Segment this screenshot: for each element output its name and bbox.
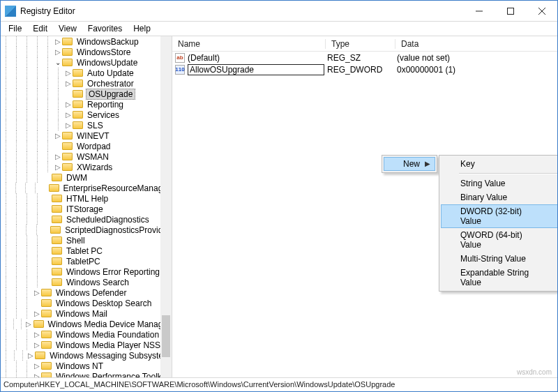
chevron-right-icon[interactable]: ▷ [32,288,41,297]
chevron-right-icon[interactable]: ▷ [63,121,73,130]
tree-item[interactable]: ScheduledDiagnostics [1,214,172,225]
chevron-right-icon[interactable]: ▷ [63,110,73,119]
folder-icon [62,38,73,45]
context-item-qword[interactable]: QWORD (64-bit) Value [441,228,558,252]
chevron-right-icon[interactable]: ▷ [32,372,41,377]
context-menu[interactable]: New ▶ [382,155,437,173]
folder-icon [35,352,45,359]
value-row[interactable]: 110 AllowOSUpgrade REG_DWORD 0x00000001 … [172,63,557,75]
chevron-right-icon[interactable]: ▷ [63,100,73,109]
tree-item[interactable]: EnterpriseResourceManager [1,183,172,193]
context-menu-new[interactable]: New ▶ [384,157,435,171]
chevron-right-icon[interactable]: ▷ [63,68,73,77]
context-item-multistring[interactable]: Multi-String Value [441,252,558,266]
tree-item[interactable]: Windows Error Reporting [1,266,172,277]
tree-item-selected[interactable]: OSUpgrade [1,89,172,99]
tree-item[interactable]: ▷WindowsBackup [1,36,172,47]
tree-item[interactable]: ⌄WindowsUpdate [1,57,172,68]
col-name[interactable]: Name [172,39,326,49]
chevron-right-icon[interactable]: ▷ [32,330,41,339]
tree-item[interactable]: ▷WindowsStore [1,47,172,57]
chevron-right-icon[interactable]: ▷ [53,37,62,46]
tree-item[interactable]: ▷WINEVT [1,130,172,141]
folder-icon [52,236,62,244]
chevron-right-icon[interactable]: ▷ [63,79,73,88]
menu-file[interactable]: File [3,22,27,35]
value-name-editing[interactable]: AllowOSUpgrade [188,64,324,75]
menu-help[interactable]: Help [128,22,156,35]
folder-icon [52,216,62,223]
tree-item[interactable]: ▷SLS [1,120,172,130]
context-item-string[interactable]: String Value [441,176,558,190]
tree-item[interactable]: DWM [1,172,172,183]
tree-item[interactable]: HTML Help [1,193,172,204]
minimize-button[interactable] [463,1,495,21]
folder-icon [49,184,59,192]
tree-item[interactable]: Windows Desktop Search [1,298,172,308]
chevron-right-icon[interactable]: ▷ [53,152,62,161]
menu-view[interactable]: View [54,22,82,35]
chevron-right-icon[interactable]: ▷ [32,340,41,349]
maximize-button[interactable] [495,1,526,21]
value-data: 0x00000001 (1) [394,65,557,75]
folder-icon [62,59,73,66]
folder-icon [62,153,73,160]
tree-pane: ▷WindowsBackup ▷WindowsStore ⌄WindowsUpd… [1,36,172,377]
folder-icon [50,226,61,234]
tree-item[interactable]: Tablet PC [1,246,172,256]
context-submenu-new[interactable]: Key String Value Binary Value DWORD (32-… [439,155,558,292]
tree-item[interactable]: ▷Windows Messaging Subsystem [1,350,172,361]
folder-icon [73,111,83,119]
chevron-right-icon[interactable]: ▷ [32,309,41,318]
registry-tree[interactable]: ▷WindowsBackup ▷WindowsStore ⌄WindowsUpd… [1,36,172,377]
tree-item[interactable]: ▷Windows Media Foundation [1,329,172,340]
context-item-key[interactable]: Key [441,157,558,171]
tree-item[interactable]: ▷Windows Mail [1,308,172,319]
menu-edit[interactable]: Edit [28,22,52,35]
tree-item[interactable]: ▷Services [1,110,172,120]
chevron-right-icon[interactable]: ▷ [53,163,62,172]
scrollbar-thumb[interactable] [162,315,170,357]
statusbar: Computer\HKEY_LOCAL_MACHINE\SOFTWARE\Mic… [1,377,557,391]
tree-item[interactable]: Wordpad [1,141,172,151]
close-button[interactable] [526,1,557,21]
col-data[interactable]: Data [395,39,557,49]
context-item-dword[interactable]: DWORD (32-bit) Value [441,204,558,228]
tree-scrollbar[interactable] [160,36,172,377]
tree-item[interactable]: ITStorage [1,204,172,214]
tree-item[interactable]: Shell [1,235,172,246]
chevron-right-icon[interactable]: ▷ [32,361,41,370]
tree-item[interactable]: ▷Auto Update [1,68,172,78]
tree-item[interactable]: ▷Windows Media Player NSS [1,340,172,350]
folder-icon [41,362,52,370]
tree-item[interactable]: ▷Windows NT [1,361,172,371]
tree-item[interactable]: ▷Windows Media Device Manager [1,319,172,329]
menu-favorites[interactable]: Favorites [83,22,127,35]
tree-item[interactable]: ▷WSMAN [1,151,172,162]
value-row[interactable]: ab (Default) REG_SZ (value not set) [172,52,557,63]
chevron-right-icon[interactable]: ▷ [53,131,62,140]
tree-item[interactable]: ScriptedDiagnosticsProvider [1,225,172,235]
chevron-right-icon[interactable]: ▷ [53,47,62,56]
context-item-binary[interactable]: Binary Value [441,190,558,204]
context-item-expandstring[interactable]: Expandable String Value [441,266,558,289]
chevron-right-icon[interactable]: ▷ [26,351,35,360]
tree-item[interactable]: ▷XWizards [1,162,172,172]
app-icon [5,6,16,17]
col-type[interactable]: Type [326,39,395,49]
chevron-down-icon[interactable]: ⌄ [53,58,62,67]
titlebar: Registry Editor [1,1,557,22]
folder-icon [73,90,83,98]
tree-item[interactable]: TabletPC [1,256,172,266]
folder-icon [62,142,73,150]
values-pane: Name Type Data ab (Default) REG_SZ (valu… [172,36,557,377]
svg-rect-1 [507,8,513,14]
tree-item[interactable]: Windows Search [1,277,172,287]
tree-item[interactable]: ▷Windows Defender [1,287,172,298]
folder-icon [33,320,44,328]
tree-item[interactable]: ▷Reporting [1,99,172,110]
tree-item[interactable]: ▷Orchestrator [1,78,172,89]
chevron-right-icon[interactable]: ▷ [24,319,33,329]
folder-icon [73,69,83,77]
tree-item[interactable]: ▷Windows Performance Toolkit [1,371,172,377]
